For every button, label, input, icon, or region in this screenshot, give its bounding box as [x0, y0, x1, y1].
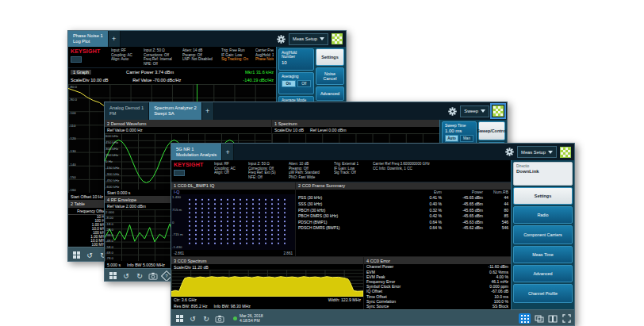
desktop: Phase Noise 1 Log Plot + Meas Setup KEYS…	[0, 0, 644, 326]
frame-summary-row[interactable]: SSS (30 kHz) 0.40 % -45.65 dBm 44	[296, 201, 511, 208]
averaging-box[interactable]: Averaging On Off	[278, 72, 314, 94]
undo-icon[interactable]: ↺	[85, 251, 94, 260]
cc0-error-panel-label[interactable]: 4 CC0 Error	[364, 257, 511, 264]
center-freq-label: Ctr: 3.6 GHz	[174, 297, 197, 302]
settings-bar: KEYSIGHT Input: RF Coupling: AC Align: A…	[68, 47, 276, 68]
marker1-level-label: -140.19 dBc/Hz	[205, 78, 274, 82]
frame-summary-row[interactable]: PDSCH (BWP1) 0.64 % -45.63 dBm 546	[296, 220, 511, 226]
sweep-time-value: 1.00 ms	[445, 128, 473, 133]
info-line: NFE: Off	[248, 175, 285, 180]
add-tab-button[interactable]: +	[109, 31, 121, 47]
frequency-offset-row[interactable]: 100 MHz	[68, 243, 106, 247]
direction-dropdown[interactable]: Directio DownLink	[513, 162, 573, 186]
add-tab-button[interactable]: +	[222, 144, 234, 160]
frame-summary-row[interactable]: PBCH (30 kHz) 0.32 % -45.65 dBm 80	[296, 208, 511, 214]
axis-label: -18.0	[105, 222, 114, 226]
menu-tab-meas-time[interactable]: Meas Time	[513, 246, 573, 263]
menu-tab-settings[interactable]: Settings	[513, 187, 573, 205]
axis-label: 715 m	[172, 208, 183, 212]
multi-screen-icon[interactable]	[548, 314, 558, 324]
axis-label: -48.0	[105, 239, 114, 243]
direction-value: DownLink	[516, 169, 569, 174]
gear-icon[interactable]	[505, 148, 514, 156]
tab-subtitle: Swept SA	[154, 111, 197, 117]
spectrum-ref-level: Ref Level 0.00 dBm	[310, 128, 347, 132]
redo-icon[interactable]: ↻	[201, 314, 211, 324]
iq-constellation-plot[interactable]: 1.430715 m0-715 m-1.430	[171, 194, 295, 250]
tab-5g-nr[interactable]: 5G NR 1 Modulation Analysis	[171, 144, 222, 160]
demod-waveform-panel-label[interactable]: 2 Demod Waveform	[105, 120, 271, 127]
menu-tab-channel-profile[interactable]: Channel Profile	[513, 284, 573, 303]
restart-icon[interactable]	[493, 105, 504, 117]
menu-tab-settings[interactable]: Settings	[316, 48, 344, 66]
scale-div-label: Scale/Div 10.00 dB	[71, 78, 109, 82]
window-layout-icon[interactable]	[535, 314, 544, 324]
info-line: Sig Track: Off	[334, 171, 369, 175]
cc0-spectrum-plot[interactable]	[171, 270, 363, 297]
axis-label: -1.430	[172, 245, 183, 249]
redo-icon[interactable]: ↻	[135, 271, 144, 281]
tab-analog-demod[interactable]: Analog Demod 1 FM	[105, 102, 149, 120]
avg-hold-number-box[interactable]: Avg|Hold Number 10	[278, 48, 314, 71]
axis-label: -450 kHz	[105, 178, 120, 182]
sweep-dropdown[interactable]: Sweep	[460, 105, 489, 117]
spectrum-panel-label[interactable]: 1 Spectrum	[272, 120, 439, 127]
menu-tab-radio[interactable]: Radio	[513, 206, 573, 224]
undo-icon[interactable]: ↺	[188, 314, 197, 324]
frame-summary-table[interactable]: PSS (30 kHz) 0.41 % -45.65 dBm 44 SSS (3…	[296, 195, 511, 232]
y-axis-labels: -80.0-90.0-100-110-120-130-140-150-160	[69, 85, 77, 192]
frame-summary-row[interactable]: PBCH DMRS (30 kHz) 0.42 % -45.65 dBm 85	[296, 213, 511, 220]
menu-tab-sweep-control[interactable]: Sweep/Control	[478, 121, 505, 140]
add-tab-button[interactable]: +	[202, 102, 214, 120]
tab-subtitle: Modulation Analysis	[176, 152, 217, 158]
axis-label: -150	[69, 175, 77, 179]
menu-tab-advanced[interactable]: Advanced	[316, 86, 344, 101]
axis-label: 600 kHz	[105, 134, 120, 138]
axis-label: -120	[69, 136, 77, 140]
windows-icon[interactable]	[108, 271, 117, 281]
gear-icon[interactable]	[277, 35, 286, 44]
cc0-spectrum-panel-label[interactable]: 3 CC0 Spectrum	[171, 257, 363, 264]
iq-panel-label[interactable]: 1 CC0-DL_BWP1 IQ	[171, 182, 295, 190]
info-line: Carrier Freq: 1.000000260 GHz	[255, 48, 274, 53]
keysight-logo: KEYSIGHT	[71, 48, 107, 54]
menu-tab-advanced[interactable]: Advanced	[513, 265, 573, 282]
windows-icon[interactable]	[71, 251, 81, 260]
axis-label: -80.0	[69, 85, 77, 89]
camera-icon[interactable]	[215, 314, 224, 324]
frame-summary-panel-label[interactable]: 2 CC0 Frame Summary	[296, 182, 511, 190]
meas-setup-menu: Directio DownLink Settings Radio Compone…	[511, 160, 574, 309]
axis-label: -68.0	[105, 251, 114, 255]
avg-hold-value: 10	[282, 60, 311, 65]
meas-setup-dropdown[interactable]: Meas Setup	[517, 146, 557, 158]
gear-icon[interactable]	[448, 107, 457, 116]
fullscreen-icon[interactable]	[562, 314, 571, 324]
tab-phase-noise[interactable]: Phase Noise 1 Log Plot	[68, 31, 109, 47]
tab-spectrum-analyzer[interactable]: Spectrum Analyzer 2 Swept SA	[149, 102, 202, 120]
restart-icon[interactable]	[332, 33, 343, 44]
frame-summary-row[interactable]: PDSCH DMRS (BWP1) 0.64 % -45.62 dBm 546	[296, 225, 511, 232]
restart-icon[interactable]	[560, 147, 571, 158]
y-axis-labels: 600 kHz450 kHz300 kHz150 kHz0 Hz-150 kHz…	[105, 134, 120, 189]
spectrum-scale-div: Scale/Div 10 dB	[274, 128, 304, 132]
windows-icon[interactable]	[174, 314, 184, 324]
info-line: Align: Off	[214, 171, 244, 175]
averaging-on-option[interactable]: On	[282, 80, 296, 87]
status-indicator-icon	[233, 316, 237, 320]
frame-summary-row[interactable]: PSS (30 kHz) 0.41 % -45.65 dBm 44	[296, 195, 511, 201]
chevron-down-icon	[548, 151, 553, 154]
graph-panel-label[interactable]: 1 Graph	[71, 70, 91, 75]
info-bw-label: Info BW 5.0050 MHz	[127, 263, 165, 267]
sweep-auto-option[interactable]: Auto	[445, 135, 458, 142]
averaging-off-option[interactable]: Off	[297, 80, 312, 87]
sweep-time-box[interactable]: Sweep Time 1.00 ms Auto Man	[442, 121, 477, 144]
demod-ref-value: Ref Value 0.000 Hz	[107, 128, 143, 132]
menu-tab-noise-cancel[interactable]: Noise Cancel	[316, 67, 344, 85]
camera-icon[interactable]	[148, 271, 158, 281]
demod-start-label: Start 0.000 s	[107, 190, 130, 195]
menu-tab-component-carriers[interactable]: Component Carriers	[513, 225, 573, 244]
undo-icon[interactable]: ↺	[121, 271, 131, 281]
sweep-man-option[interactable]: Man	[460, 135, 473, 142]
app-grid-button[interactable]	[519, 313, 531, 324]
meas-setup-dropdown[interactable]: Meas Setup	[289, 33, 328, 45]
